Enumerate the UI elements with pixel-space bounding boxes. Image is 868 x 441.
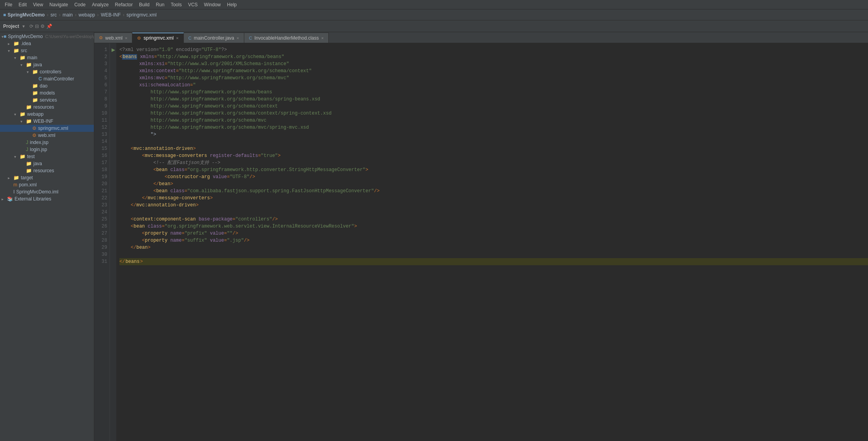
tree-item-services[interactable]: 📁 services [0, 97, 94, 104]
code-line: <beans xmlns="http://www.springframework… [119, 53, 868, 60]
tree-item-externallibraries[interactable]: ▸ 📚 External Libraries [0, 195, 94, 202]
tree-item-target[interactable]: ▸ 📁 target [0, 174, 94, 181]
menu-item-edit[interactable]: Edit [15, 1, 30, 8]
tree-item-test-resources[interactable]: 📁 resources [0, 167, 94, 174]
tree-item-springmvc-xml[interactable]: ⚙ springmvc.xml [0, 125, 94, 132]
menu-item-vcs[interactable]: VCS [185, 1, 201, 8]
tree-label: web.xml [38, 133, 55, 138]
tree-item-springmvcdemo[interactable]: ▾ ■ SpringMvcDemo C:\Users\Yu-we\Desktop… [0, 33, 94, 40]
line-number: 1 [94, 46, 107, 53]
tree-label: .idea [21, 41, 31, 46]
tree-arrow[interactable]: ▾ [20, 63, 26, 67]
tab-label: mainController.java [194, 35, 234, 41]
code-line: <bean class="org.springframework.http.co… [119, 166, 868, 173]
breadcrumb-part-2[interactable]: main [62, 12, 73, 18]
menu-item-code[interactable]: Code [71, 1, 89, 8]
tree-arrow[interactable]: ▸ [8, 42, 13, 46]
tree-item-login-jsp[interactable]: J login.jsp [0, 146, 94, 153]
line-number: 12 [94, 124, 107, 131]
toolbar-pin-icon[interactable]: 📌 [46, 24, 52, 29]
tab-close-button[interactable]: × [321, 36, 324, 40]
line-number: 19 [94, 173, 107, 180]
menu-item-window[interactable]: Window [201, 1, 224, 8]
code-line: http://www.springframework.org/schema/be… [119, 89, 868, 96]
line-number: 27 [94, 230, 107, 237]
tree-arrow[interactable]: ▾ [27, 70, 32, 74]
code-line: <mvc:annotation-driven> [119, 145, 868, 152]
menu-item-tools[interactable]: Tools [168, 1, 185, 8]
code-line: <context:component-scan base-package="co… [119, 216, 868, 223]
menu-item-view[interactable]: View [30, 1, 46, 8]
code-editor[interactable]: <?xml version="1.0" encoding="UTF-8"?><b… [116, 43, 868, 441]
line-number: 25 [94, 216, 107, 223]
tab-maincontroller-java[interactable]: C mainController.java × [184, 33, 244, 43]
tree-item-index-jsp[interactable]: J index.jsp [0, 139, 94, 146]
menu-item-help[interactable]: Help [224, 1, 240, 8]
tab-icon: ⚙ [99, 35, 103, 40]
code-line: <!-- 配置Fastjson支持 --> [119, 159, 868, 166]
menu-item-build[interactable]: Build [136, 1, 153, 8]
line-number: 3 [94, 60, 107, 67]
tree-path: C:\Users\Yu-we\Desktop\projects\Java-Pro… [45, 34, 94, 39]
tree-item-controllers[interactable]: ▾ 📁 controllers [0, 68, 94, 75]
tree-item-maincontroller[interactable]: C mainController [0, 75, 94, 82]
tree-item-pom-xml[interactable]: m pom.xml [0, 181, 94, 188]
breadcrumb-part-0[interactable]: SpringMvcDemo [7, 12, 45, 18]
toolbar-collapse-icon[interactable]: ⊟ [35, 24, 39, 29]
menu-item-file[interactable]: File [2, 1, 15, 8]
file-tree[interactable]: ▾ ■ SpringMvcDemo C:\Users\Yu-we\Desktop… [0, 32, 94, 441]
tree-item-models[interactable]: 📁 models [0, 89, 94, 97]
menu-item-navigate[interactable]: Navigate [46, 1, 71, 8]
tab-invocablehandlermethod-class[interactable]: C InvocableHandlerMethod.class × [244, 33, 329, 43]
tree-item-springmvcdemo-iml[interactable]: I SpringMvcDemo.iml [0, 188, 94, 195]
tree-arrow[interactable]: ▾ [14, 112, 20, 117]
menu-item-refactor[interactable]: Refactor [112, 1, 136, 8]
tree-item-main[interactable]: ▾ 📁 main [0, 54, 94, 61]
tree-arrow[interactable]: ▸ [2, 197, 7, 201]
breadcrumb-part-3[interactable]: webapp [79, 12, 95, 18]
line-number: 20 [94, 180, 107, 188]
tree-item-web-inf[interactable]: ▾ 📁 WEB-INF [0, 118, 94, 125]
tree-item-java[interactable]: ▾ 📁 java [0, 61, 94, 68]
tree-item-src[interactable]: ▾ 📁 src [0, 47, 94, 54]
tab-web-xml[interactable]: ⚙ web.xml × [94, 33, 132, 43]
line-number: 21 [94, 188, 107, 195]
tree-arrow[interactable]: ▾ [14, 56, 20, 60]
tab-close-button[interactable]: × [236, 36, 239, 40]
tree-item-web-xml[interactable]: ⚙ web.xml [0, 132, 94, 139]
toolbar-settings-icon[interactable]: ⚙ [40, 24, 45, 29]
tree-label: src [21, 48, 27, 53]
line-number: 5 [94, 75, 107, 82]
toolbar: Project ▾ ⟳ ⊟ ⚙ 📌 [0, 20, 868, 32]
tab-close-button[interactable]: × [125, 36, 127, 40]
tab-springmvc-xml[interactable]: ⚙ springmvc.xml × [132, 33, 183, 43]
line-number: 6 [94, 82, 107, 89]
tab-close-button[interactable]: × [176, 36, 178, 40]
tree-item-idea[interactable]: ▸ 📁 .idea [0, 40, 94, 47]
line-numbers: 1234567891011121314151617181920212223242… [94, 43, 110, 441]
line-number: 4 [94, 67, 107, 75]
gutter: ▶ [110, 43, 116, 441]
tree-label: SpringMvcDemo.iml [16, 189, 58, 195]
breadcrumb-part-4[interactable]: WEB-INF [101, 12, 121, 18]
tree-arrow[interactable]: ▾ [14, 155, 20, 159]
tree-item-webapp[interactable]: ▾ 📁 webapp [0, 111, 94, 118]
menu-item-analyze[interactable]: Analyze [89, 1, 112, 8]
tree-item-resources[interactable]: 📁 resources [0, 104, 94, 111]
toolbar-project-label: Project [3, 24, 19, 29]
line-number: 11 [94, 117, 107, 124]
tab-label: springmvc.xml [143, 35, 174, 41]
project-panel: ▾ ■ SpringMvcDemo C:\Users\Yu-we\Desktop… [0, 32, 94, 441]
breadcrumb-part-5[interactable]: springmvc.xml [126, 12, 157, 18]
tree-item-dao[interactable]: 📁 dao [0, 82, 94, 89]
tree-label: models [40, 90, 55, 96]
menu-item-run[interactable]: Run [153, 1, 168, 8]
tree-item-test[interactable]: ▾ 📁 test [0, 153, 94, 160]
tree-item-test-java[interactable]: 📁 java [0, 160, 94, 167]
tree-arrow[interactable]: ▾ [20, 119, 26, 124]
tree-arrow[interactable]: ▾ [8, 49, 13, 53]
breadcrumb-part-1[interactable]: src [51, 12, 57, 18]
toolbar-sync-icon[interactable]: ⟳ [29, 24, 33, 29]
toolbar-dropdown-arrow[interactable]: ▾ [22, 24, 25, 29]
tree-arrow[interactable]: ▸ [8, 176, 13, 180]
